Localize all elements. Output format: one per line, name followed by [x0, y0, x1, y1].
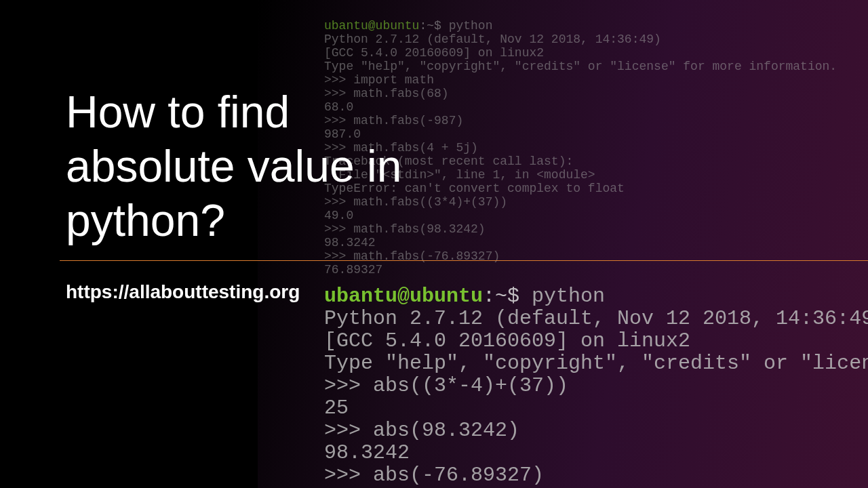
terminal-output-large: ubantu@ubuntu:~$ python Python 2.7.12 (d… — [324, 263, 868, 488]
terminal-line: >>> abs(98.3242) — [324, 419, 519, 442]
prompt-command: python — [519, 285, 605, 308]
source-url: https://allabouttesting.org — [66, 281, 300, 303]
prompt-user: ubantu@ubuntu — [324, 285, 483, 308]
terminal-line: Type "help", "copyright", "credits" or "… — [324, 352, 868, 375]
divider-line — [60, 260, 868, 261]
slide-title: How to find absolute value in python? — [66, 85, 418, 247]
prompt-path: :~$ — [483, 285, 519, 308]
terminal-line: 25 — [324, 396, 349, 420]
prompt-command: python — [441, 19, 493, 33]
terminal-line: Type "help", "copyright", "credits" or "… — [324, 60, 837, 73]
terminal-line: >>> abs(-76.89327) — [324, 464, 544, 487]
terminal-line: 98.3242 — [324, 441, 410, 464]
terminal-line: [GCC 5.4.0 20160609] on linux2 — [324, 46, 544, 60]
prompt-user: ubantu@ubuntu — [324, 19, 419, 33]
terminal-line: Python 2.7.12 (default, Nov 12 2018, 14:… — [324, 33, 661, 46]
prompt-path: :~$ — [419, 19, 441, 33]
terminal-line: >>> math.fabs(-76.89327) — [324, 249, 500, 263]
terminal-line: [GCC 5.4.0 20160609] on linux2 — [324, 329, 690, 352]
terminal-line: >>> abs((3*-4)+(37)) — [324, 374, 568, 397]
terminal-line: Python 2.7.12 (default, Nov 12 2018, 14:… — [324, 307, 868, 330]
